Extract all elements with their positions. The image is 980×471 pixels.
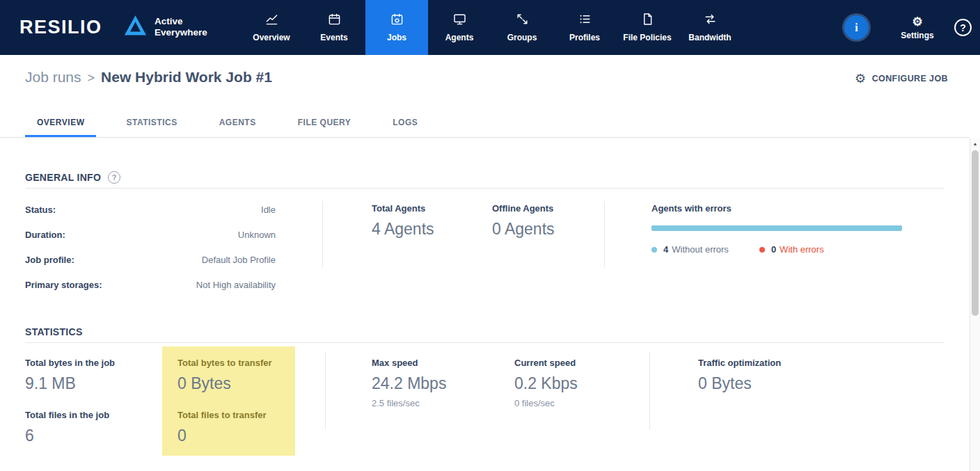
nav-item-jobs[interactable]: Jobs xyxy=(365,0,428,55)
field-row-duration: Duration: Unknown xyxy=(25,230,276,240)
stat-label: Total files to transfer xyxy=(177,410,295,420)
stat-label: Traffic optimization xyxy=(698,358,781,368)
question-icon: ? xyxy=(960,22,966,33)
breadcrumb-job-runs[interactable]: Job runs xyxy=(25,69,81,86)
expand-arrows-icon xyxy=(516,13,529,28)
tab-file-query[interactable]: FILE QUERY xyxy=(286,109,363,137)
product-name: Active Everywhere xyxy=(155,16,207,38)
field-value: Unknown xyxy=(238,230,276,240)
field-value: Not High availability xyxy=(196,280,276,290)
tab-logs[interactable]: LOGS xyxy=(381,109,429,137)
nav-item-bandwidth[interactable]: Bandwidth xyxy=(679,0,741,55)
nav-label: Settings xyxy=(901,31,933,40)
job-totals-stat: Total bytes in the job 9.1 MB Total file… xyxy=(25,358,115,445)
info-button[interactable]: i xyxy=(844,15,869,40)
section-title: STATISTICS xyxy=(25,326,83,337)
field-label: Job profile: xyxy=(25,255,74,265)
vertical-scrollbar[interactable]: ▲ xyxy=(970,138,980,471)
resilio-wordmark: RESILIO xyxy=(19,17,102,38)
general-info-heading: GENERAL INFO ? xyxy=(25,171,120,184)
field-label: Duration: xyxy=(25,230,65,240)
field-row-status: Status: Idle xyxy=(25,205,276,215)
field-value: Default Job Profile xyxy=(202,255,276,265)
legend-count: 4 xyxy=(663,244,668,255)
nav-label: Bandwidth xyxy=(688,33,731,42)
divider xyxy=(325,351,326,429)
red-dot-icon xyxy=(759,247,765,253)
stat-value: 4 Agents xyxy=(372,220,434,239)
stat-label: Agents with errors xyxy=(651,203,902,214)
legend-with-errors: 0 With errors xyxy=(759,244,824,255)
field-label: Primary storages: xyxy=(25,280,102,290)
nav-item-groups[interactable]: Groups xyxy=(491,0,553,55)
legend-label: Without errors xyxy=(672,244,729,255)
stat-subvalue: 2.5 files/sec xyxy=(372,398,446,408)
max-speed-stat: Max speed 24.2 Mbps 2.5 files/sec xyxy=(372,358,446,408)
job-calendar-gear-icon xyxy=(390,13,404,28)
scrollbar-thumb[interactable] xyxy=(972,150,979,316)
arrows-leftright-icon xyxy=(704,13,717,28)
stat-label: Total files in the job xyxy=(25,410,115,420)
errors-progress-bar xyxy=(651,225,902,231)
triangle-logo-icon xyxy=(122,14,148,40)
breadcrumb: Job runs > New Hybrid Work Job #1 xyxy=(25,69,272,86)
legend-without-errors: 4 Without errors xyxy=(651,244,729,255)
stat-value: 24.2 Mbps xyxy=(372,374,446,393)
nav-item-agents[interactable]: Agents xyxy=(428,0,491,55)
help-icon[interactable]: ? xyxy=(108,171,120,184)
divider xyxy=(649,351,650,429)
stat-label: Total Agents xyxy=(372,203,434,214)
configure-job-label: CONFIGURE JOB xyxy=(872,74,948,83)
help-button[interactable]: ? xyxy=(954,19,972,36)
total-agents-stat: Total Agents 4 Agents xyxy=(372,203,434,239)
main-nav-menu: Overview Events Jobs Agents xyxy=(240,0,741,55)
nav-label: Groups xyxy=(507,33,537,42)
statistics-heading: STATISTICS xyxy=(25,326,83,337)
tab-statistics[interactable]: STATISTICS xyxy=(114,109,189,137)
nav-label: Agents xyxy=(445,33,474,42)
nav-item-overview[interactable]: Overview xyxy=(240,0,303,55)
current-speed-stat: Current speed 0.2 Kbps 0 files/sec xyxy=(514,358,578,408)
tab-overview[interactable]: OVERVIEW xyxy=(25,109,96,137)
scrollbar-up-arrow-icon[interactable]: ▲ xyxy=(970,138,980,148)
nav-label: Profiles xyxy=(569,33,600,42)
nav-item-file-policies[interactable]: File Policies xyxy=(616,0,679,55)
nav-item-events[interactable]: Events xyxy=(303,0,365,55)
field-label: Status: xyxy=(25,205,56,215)
nav-item-profiles[interactable]: Profiles xyxy=(553,0,616,55)
info-icon: i xyxy=(855,22,858,34)
document-icon xyxy=(641,13,654,28)
legend-count: 0 xyxy=(771,244,776,255)
chart-icon xyxy=(265,13,278,28)
calendar-icon xyxy=(328,13,341,28)
stat-subvalue: 0 files/sec xyxy=(514,398,578,408)
divider xyxy=(604,201,605,268)
divider xyxy=(25,342,945,343)
configure-job-button[interactable]: ⚙ CONFIGURE JOB xyxy=(855,71,948,86)
stat-value: 0 xyxy=(177,426,295,445)
tab-agents[interactable]: AGENTS xyxy=(207,109,268,137)
field-row-job-profile: Job profile: Default Job Profile xyxy=(25,255,276,265)
page-title: New Hybrid Work Job #1 xyxy=(101,69,272,86)
errors-legend: 4 Without errors 0 With errors xyxy=(651,244,902,255)
transfer-highlight-box: Total bytes to transfer 0 Bytes Total fi… xyxy=(162,346,295,456)
legend-label: With errors xyxy=(780,244,824,255)
divider xyxy=(25,188,945,189)
gear-icon: ⚙ xyxy=(855,71,867,86)
nav-label: Events xyxy=(320,33,347,42)
stat-label: Max speed xyxy=(372,358,446,368)
monitor-icon xyxy=(453,13,466,28)
top-nav: RESILIO Active Everywhere Overview xyxy=(0,0,980,55)
gear-icon: ⚙ xyxy=(912,16,922,28)
divider xyxy=(322,201,323,268)
active-everywhere-logo: Active Everywhere xyxy=(122,14,207,40)
stat-value: 0 Agents xyxy=(492,220,555,239)
blue-dot-icon xyxy=(651,247,657,253)
nav-label: Overview xyxy=(253,33,290,42)
offline-agents-stat: Offline Agents 0 Agents xyxy=(492,203,555,239)
nav-item-settings[interactable]: ⚙ Settings xyxy=(896,10,938,45)
stat-value: 6 xyxy=(25,426,115,445)
agents-with-errors: Agents with errors 4 Without errors 0 Wi… xyxy=(651,203,902,255)
breadcrumb-separator: > xyxy=(88,71,95,86)
traffic-optimization-stat: Traffic optimization 0 Bytes xyxy=(698,358,781,393)
